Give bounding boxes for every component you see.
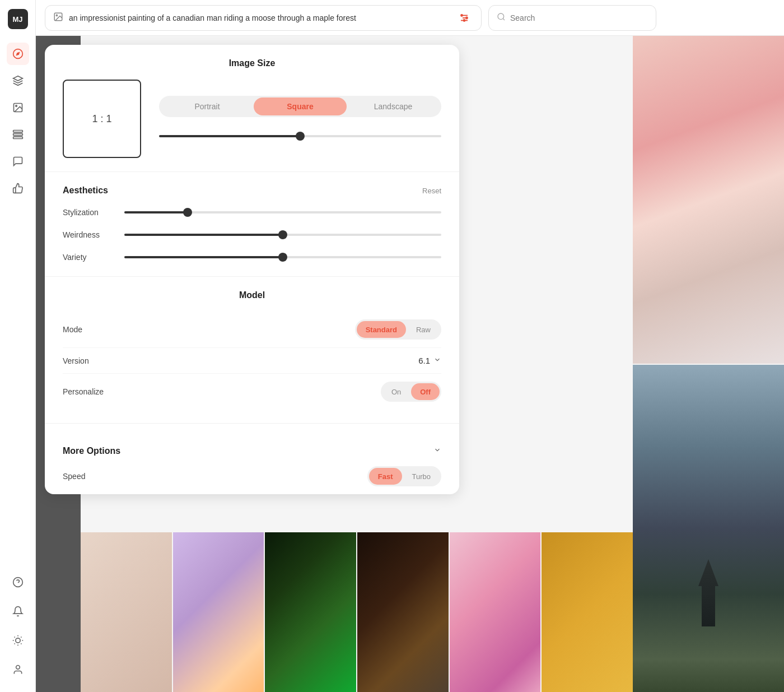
more-options-section: More Options Speed Fast Turbo	[45, 424, 459, 494]
stylization-fill	[124, 211, 188, 213]
prompt-text: an impressionist painting of a canadian …	[69, 13, 450, 22]
main-content: an impressionist painting of a canadian …	[36, 0, 784, 692]
gallery-img-church	[633, 365, 784, 693]
sidebar-item-chat[interactable]	[7, 150, 29, 173]
speed-toggle: Fast Turbo	[367, 466, 441, 486]
settings-panel: Image Size 1 : 1 Portrait Square Landsca…	[45, 45, 459, 494]
mode-raw[interactable]: Raw	[407, 321, 440, 338]
svg-line-17	[21, 637, 21, 638]
tab-square[interactable]: Square	[254, 97, 347, 115]
search-bar[interactable]	[488, 5, 656, 31]
right-gallery	[633, 36, 784, 692]
weirdness-fill	[124, 234, 283, 236]
mode-label: Mode	[63, 325, 130, 334]
size-slider-thumb[interactable]	[296, 132, 305, 141]
aspect-preview: 1 : 1	[63, 80, 141, 158]
size-slider[interactable]	[159, 131, 441, 142]
version-select[interactable]: 6.1	[418, 356, 441, 365]
svg-line-16	[14, 643, 15, 644]
stylization-slider[interactable]	[124, 207, 441, 218]
stylization-row: Stylization	[63, 207, 441, 218]
image-size-section: Image Size 1 : 1 Portrait Square Landsca…	[45, 45, 459, 172]
image-size-title: Image Size	[63, 58, 441, 68]
size-controls: Portrait Square Landscape	[159, 96, 441, 142]
version-control: 6.1	[130, 356, 441, 365]
svg-line-12	[14, 637, 15, 638]
svg-point-28	[498, 13, 504, 20]
stylization-label: Stylization	[63, 208, 113, 217]
more-options-header[interactable]: More Options	[63, 435, 441, 458]
avatar[interactable]: MJ	[8, 9, 28, 29]
personalize-row: Personalize On Off	[63, 374, 441, 410]
model-section: Model Mode Standard Raw Version 6.1	[45, 277, 459, 424]
weirdness-thumb[interactable]	[278, 230, 287, 239]
bottom-gallery-2	[81, 614, 633, 692]
content-area: Image Size 1 : 1 Portrait Square Landsca…	[36, 36, 784, 692]
personalize-off[interactable]: Off	[411, 383, 440, 400]
header: an impressionist painting of a canadian …	[36, 0, 784, 36]
weirdness-row: Weirdness	[63, 229, 441, 240]
weirdness-label: Weirdness	[63, 230, 113, 239]
variety-slider[interactable]	[124, 252, 441, 263]
gallery-img-portrait	[633, 36, 784, 364]
speed-turbo[interactable]: Turbo	[403, 468, 440, 485]
sidebar-item-brush[interactable]	[7, 69, 29, 92]
svg-point-25	[466, 17, 468, 18]
tab-portrait[interactable]: Portrait	[161, 97, 254, 115]
mode-control: Standard Raw	[130, 319, 441, 340]
prompt-bar[interactable]: an impressionist painting of a canadian …	[45, 5, 482, 31]
orientation-tabs: Portrait Square Landscape	[159, 96, 441, 117]
mode-standard[interactable]: Standard	[357, 321, 406, 338]
stylization-thumb[interactable]	[183, 208, 192, 217]
svg-line-29	[503, 18, 505, 20]
spacer	[81, 614, 633, 692]
speed-control: Fast Turbo	[130, 466, 441, 486]
svg-rect-6	[13, 137, 22, 138]
personalize-on[interactable]: On	[382, 383, 410, 400]
weirdness-slider[interactable]	[124, 229, 441, 240]
sidebar-item-layers[interactable]	[7, 123, 29, 146]
variety-thumb[interactable]	[278, 253, 287, 262]
sidebar-bottom	[7, 569, 29, 683]
personalize-toggle: On Off	[381, 382, 441, 402]
aesthetics-section: Aesthetics Reset Stylization Weirdness	[45, 172, 459, 277]
sidebar-item-bell[interactable]	[7, 600, 29, 623]
version-row: Version 6.1	[63, 348, 441, 374]
filter-button[interactable]	[455, 9, 473, 27]
sidebar-item-compass[interactable]	[7, 43, 29, 65]
speed-fast[interactable]: Fast	[369, 468, 402, 485]
reset-button[interactable]: Reset	[422, 187, 441, 195]
sidebar-item-brightness[interactable]	[7, 629, 29, 652]
svg-point-3	[15, 105, 16, 107]
tab-landscape[interactable]: Landscape	[347, 97, 440, 115]
speed-label: Speed	[63, 472, 130, 481]
svg-point-9	[15, 638, 20, 643]
sidebar-item-thumbsup[interactable]	[7, 177, 29, 199]
search-input[interactable]	[510, 13, 648, 22]
size-slider-fill	[159, 135, 300, 137]
size-slider-track	[159, 135, 441, 137]
svg-point-18	[16, 666, 20, 670]
svg-rect-5	[13, 133, 22, 135]
variety-row: Variety	[63, 252, 441, 263]
version-value: 6.1	[418, 356, 430, 365]
image-icon	[53, 12, 63, 24]
model-title: Model	[63, 290, 441, 300]
speed-row: Speed Fast Turbo	[63, 458, 441, 494]
svg-rect-4	[13, 131, 22, 132]
mode-row: Mode Standard Raw	[63, 312, 441, 348]
sidebar-item-help[interactable]	[7, 571, 29, 593]
aesthetics-header: Aesthetics Reset	[63, 185, 441, 196]
svg-marker-1	[16, 52, 20, 55]
more-options-chevron	[433, 446, 441, 456]
variety-label: Variety	[63, 253, 113, 262]
aesthetics-title: Aesthetics	[63, 185, 108, 196]
personalize-control: On Off	[130, 382, 441, 402]
sidebar-item-image[interactable]	[7, 96, 29, 119]
svg-point-24	[461, 15, 463, 16]
sidebar-item-profile[interactable]	[7, 658, 29, 681]
mode-toggle: Standard Raw	[355, 319, 441, 340]
image-size-content: 1 : 1 Portrait Square Landscape	[63, 80, 441, 158]
svg-point-20	[56, 15, 57, 16]
search-icon	[497, 12, 506, 23]
